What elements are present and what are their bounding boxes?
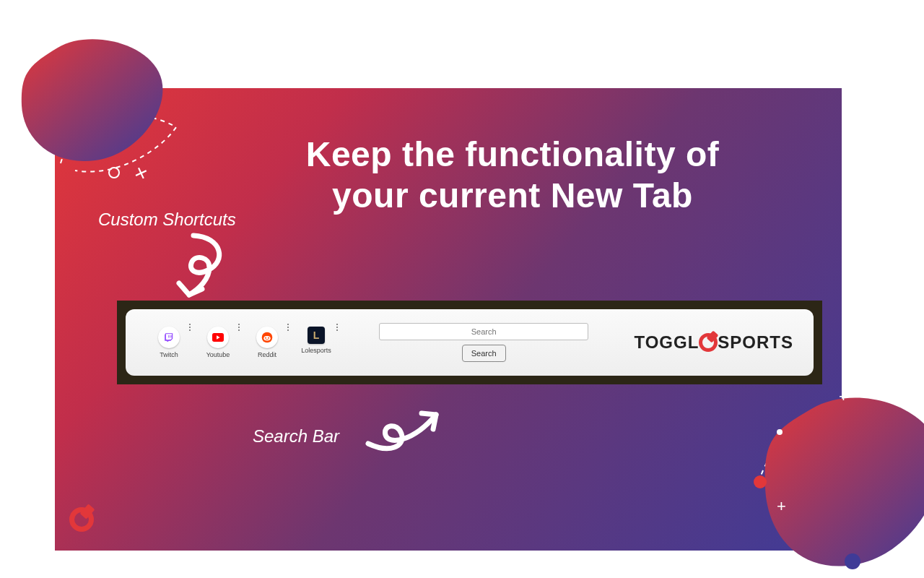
twitch-icon bbox=[158, 327, 180, 348]
decorative-dot-white bbox=[777, 429, 783, 435]
search-input[interactable] bbox=[379, 323, 588, 340]
decorative-dot-red bbox=[754, 475, 767, 488]
togglesports-logo: TOGGL SPORTS bbox=[634, 332, 814, 353]
brand-text-left: TOGGL bbox=[634, 332, 699, 353]
headline-line-2: your current New Tab bbox=[332, 176, 693, 215]
brand-mark-icon bbox=[699, 333, 718, 352]
svg-point-2 bbox=[263, 336, 270, 341]
corner-logo-icon bbox=[69, 507, 94, 532]
shortcut-label: Lolesports bbox=[301, 347, 331, 354]
decorative-blob-bottom-right bbox=[758, 394, 924, 575]
decorative-blob-top-left bbox=[17, 38, 169, 168]
promo-headline: Keep the functionality of your current N… bbox=[224, 134, 801, 216]
annotation-search-bar: Search Bar bbox=[253, 426, 339, 447]
decorative-plus-icon: + bbox=[777, 497, 786, 516]
shortcut-label: Twitch bbox=[160, 351, 178, 358]
decorative-ring-icon bbox=[108, 167, 120, 178]
shortcut-youtube[interactable]: Youtube bbox=[201, 327, 235, 358]
decorative-plus-icon: + bbox=[839, 387, 848, 406]
arrow-icon bbox=[167, 230, 240, 302]
shortcut-menu-icon[interactable] bbox=[238, 324, 240, 331]
shortcut-list: Twitch Youtube Reddit bbox=[126, 327, 334, 358]
new-tab-bar: Twitch Youtube Reddit bbox=[126, 309, 814, 376]
shortcut-menu-icon[interactable] bbox=[336, 324, 338, 331]
shortcut-label: Reddit bbox=[258, 351, 276, 358]
youtube-icon bbox=[207, 327, 229, 348]
svg-point-4 bbox=[268, 337, 269, 339]
headline-line-1: Keep the functionality of bbox=[306, 135, 720, 173]
search-area: Search bbox=[334, 323, 634, 362]
search-button[interactable]: Search bbox=[462, 345, 506, 362]
arrow-icon bbox=[361, 397, 448, 455]
new-tab-preview: Twitch Youtube Reddit bbox=[117, 301, 822, 384]
shortcut-label: Youtube bbox=[206, 351, 230, 358]
reddit-icon bbox=[256, 327, 278, 348]
shortcut-menu-icon[interactable] bbox=[287, 324, 289, 331]
shortcut-lolesports[interactable]: L Lolesports bbox=[299, 327, 334, 358]
shortcut-twitch[interactable]: Twitch bbox=[152, 327, 186, 358]
lolesports-icon: L bbox=[308, 327, 325, 344]
annotation-custom-shortcuts: Custom Shortcuts bbox=[72, 210, 236, 230]
shortcut-reddit[interactable]: Reddit bbox=[250, 327, 284, 358]
decorative-dot-purple bbox=[845, 553, 860, 569]
brand-text-right: SPORTS bbox=[718, 332, 793, 353]
svg-point-3 bbox=[265, 337, 266, 339]
shortcut-menu-icon[interactable] bbox=[189, 324, 191, 331]
